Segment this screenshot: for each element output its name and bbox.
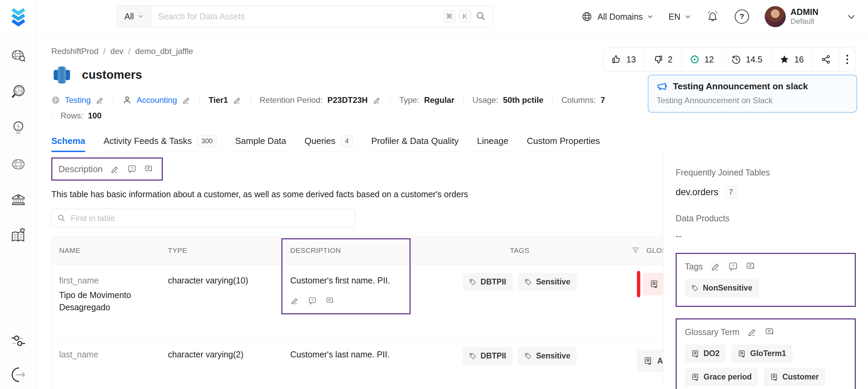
tab-sample-data[interactable]: Sample Data bbox=[235, 130, 286, 152]
tag-chip[interactable]: DBTPII bbox=[463, 273, 513, 291]
glossary-term-chip[interactable]: Ac bbox=[637, 350, 663, 372]
glossary-term-label: Customer bbox=[782, 372, 819, 382]
domains-dropdown[interactable]: All Domains bbox=[581, 11, 653, 22]
magnifier-chart-icon bbox=[10, 84, 27, 101]
sidebar-item-govern[interactable] bbox=[9, 191, 28, 210]
cell-column-description: Customer's last name. PII. bbox=[283, 339, 415, 389]
glossary-comments-button[interactable] bbox=[765, 327, 775, 337]
tab-label: Custom Properties bbox=[527, 136, 600, 146]
glossary-term-chip[interactable]: Grace period bbox=[685, 368, 758, 386]
request-tags-button[interactable]: ? bbox=[728, 261, 738, 272]
app-logo[interactable] bbox=[0, 0, 36, 33]
domain-link[interactable]: Testing bbox=[65, 95, 91, 105]
search-submit[interactable] bbox=[476, 11, 486, 21]
tag-chip[interactable]: DBTPII bbox=[463, 347, 513, 365]
app-root: All ⌘ K All bbox=[0, 0, 868, 389]
edit-tier-button[interactable] bbox=[233, 96, 242, 105]
edit-description-button[interactable] bbox=[110, 164, 120, 174]
tag-label: DBTPII bbox=[481, 277, 506, 286]
tasks-button[interactable]: 12 bbox=[681, 48, 723, 71]
comments-button[interactable] bbox=[144, 164, 154, 174]
edit-glossary-button[interactable] bbox=[747, 327, 757, 337]
breadcrumb-service[interactable]: RedshiftProd bbox=[51, 47, 99, 56]
cell-column-type: character varying(10) bbox=[160, 265, 283, 338]
edit-retention-button[interactable] bbox=[372, 96, 381, 105]
search-input[interactable] bbox=[151, 12, 443, 21]
table-row[interactable]: first_name Tipo de Movimento Desagregado… bbox=[51, 265, 663, 339]
share-button[interactable] bbox=[813, 48, 839, 71]
announcement-body: Testing Announcement on Slack bbox=[657, 96, 848, 105]
book-icon bbox=[650, 280, 659, 289]
comment-icon bbox=[765, 327, 775, 337]
comment-icon bbox=[746, 261, 756, 272]
help-button[interactable]: ? bbox=[735, 10, 749, 24]
sidebar-item-explore[interactable] bbox=[9, 47, 28, 66]
kebab-menu-icon bbox=[846, 54, 849, 65]
glossary-term-chip[interactable]: GloTerm1 bbox=[731, 345, 793, 363]
meta-retention: Retention Period: P23DT23H bbox=[260, 95, 381, 105]
followers-count: 16 bbox=[794, 55, 804, 64]
find-in-table-input[interactable] bbox=[70, 213, 350, 223]
edit-tags-button[interactable] bbox=[710, 261, 721, 272]
edit-owner-button[interactable] bbox=[182, 96, 191, 105]
sidebar-item-insights[interactable] bbox=[9, 119, 28, 138]
tag-chip[interactable]: Sensitive bbox=[518, 273, 577, 291]
task-ring-icon bbox=[690, 55, 699, 64]
request-column-description-button[interactable]: ? bbox=[308, 296, 317, 305]
version-number: 14.5 bbox=[746, 55, 763, 64]
user-menu-chevron[interactable] bbox=[848, 15, 855, 19]
breadcrumb-schema[interactable]: demo_dbt_jaffle bbox=[135, 47, 193, 56]
user-menu[interactable]: ADMIN Default bbox=[765, 6, 818, 27]
comment-icon bbox=[144, 164, 154, 174]
sidebar-item-observability[interactable] bbox=[9, 83, 28, 102]
tab-label: Profiler & Data Quality bbox=[371, 136, 458, 146]
tag-chip[interactable]: NonSensitive bbox=[685, 279, 759, 297]
column-comments-button[interactable] bbox=[326, 296, 334, 305]
edit-domain-button[interactable] bbox=[96, 96, 104, 105]
more-menu-button[interactable] bbox=[839, 48, 855, 71]
tab-custom-properties[interactable]: Custom Properties bbox=[527, 130, 600, 152]
notifications-button[interactable] bbox=[706, 10, 719, 23]
tab-lineage[interactable]: Lineage bbox=[477, 130, 508, 152]
downvote-button[interactable]: 2 bbox=[645, 48, 681, 71]
tab-profiler[interactable]: Profiler & Data Quality bbox=[371, 130, 458, 152]
glossary-term-chip-invalid[interactable]: C bbox=[637, 271, 663, 297]
k-key: K bbox=[459, 10, 471, 22]
sidebar-item-settings[interactable] bbox=[9, 331, 28, 350]
version-button[interactable]: 14.5 bbox=[723, 48, 771, 71]
request-description-button[interactable]: ? bbox=[127, 164, 137, 174]
joined-tables-label: Frequently Joined Tables bbox=[676, 168, 858, 178]
table-row[interactable]: last_name character varying(2) Customer'… bbox=[51, 339, 663, 389]
announcement-banner[interactable]: Testing Announcement on slack Testing An… bbox=[648, 75, 857, 113]
follow-button[interactable]: 16 bbox=[771, 48, 813, 71]
description-section-header: Description ? bbox=[51, 158, 163, 181]
joined-table-item[interactable]: dev.orders 7 bbox=[676, 186, 858, 199]
thumbs-up-icon bbox=[612, 55, 621, 64]
language-dropdown[interactable]: EN bbox=[669, 12, 691, 22]
sidebar-item-glossary[interactable] bbox=[9, 227, 28, 246]
glossary-term-chip[interactable]: Customer bbox=[764, 368, 825, 386]
tags-comments-button[interactable] bbox=[746, 261, 756, 272]
usage-value: 50th pctile bbox=[503, 95, 543, 105]
sidebar-item-logout[interactable] bbox=[9, 365, 28, 384]
tab-label: Sample Data bbox=[235, 136, 286, 146]
breadcrumb-database[interactable]: dev bbox=[110, 47, 123, 56]
column-name: first_name bbox=[59, 276, 153, 285]
edit-column-description-button[interactable] bbox=[290, 296, 299, 305]
filter-funnel-icon[interactable] bbox=[631, 246, 640, 255]
bell-icon bbox=[706, 10, 719, 23]
sidebar-item-domains[interactable] bbox=[9, 155, 28, 174]
rows-value: 100 bbox=[88, 111, 102, 121]
tag-icon bbox=[524, 278, 532, 286]
tab-queries[interactable]: Queries 4 bbox=[305, 130, 353, 152]
glossary-term-chip[interactable]: DO2 bbox=[685, 345, 726, 363]
data-products-label: Data Products bbox=[676, 214, 858, 223]
topbar-right: All Domains EN ? bbox=[581, 0, 855, 33]
tab-activity-feeds[interactable]: Activity Feeds & Tasks 300 bbox=[104, 130, 217, 152]
upvote-button[interactable]: 13 bbox=[603, 48, 645, 71]
search-scope-dropdown[interactable]: All bbox=[117, 6, 151, 27]
divider bbox=[250, 95, 251, 106]
tab-schema[interactable]: Schema bbox=[51, 130, 85, 152]
tag-chip[interactable]: Sensitive bbox=[518, 347, 577, 365]
owner-link[interactable]: Accounting bbox=[137, 95, 177, 105]
